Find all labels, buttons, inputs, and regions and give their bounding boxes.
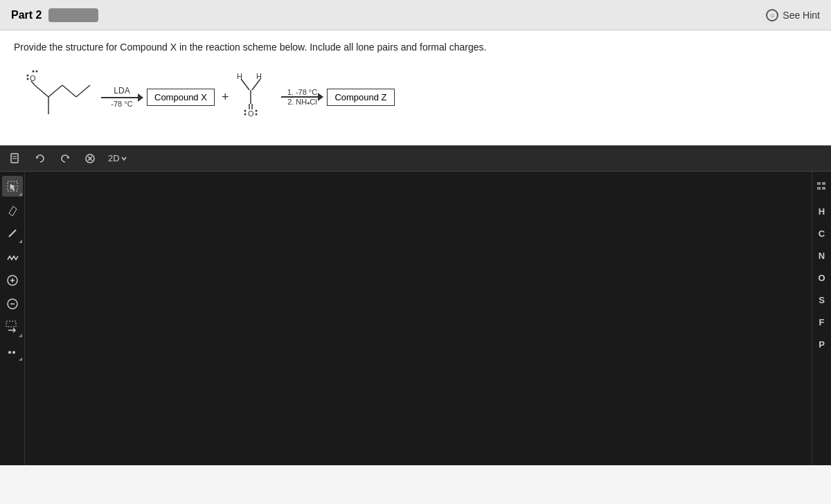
undo-icon (35, 153, 46, 164)
main-content: Provide the structure for Compound X in … (0, 30, 831, 145)
new-icon (10, 153, 21, 164)
temp-label: -78 °C (111, 100, 132, 108)
element-grid-icon (816, 181, 828, 191)
drawing-area-wrapper: 2D (0, 145, 831, 465)
chevron-down-icon (120, 155, 127, 162)
svg-rect-43 (822, 187, 825, 190)
aldehyde-svg: H H O (235, 69, 277, 125)
svg-line-7 (62, 85, 76, 97)
more-tool-button[interactable] (2, 341, 23, 361)
svg-rect-41 (822, 182, 825, 185)
mode-2d-button[interactable]: 2D (105, 152, 130, 165)
more-icon (6, 345, 19, 357)
compound-z-label: Compound Z (334, 92, 386, 102)
svg-point-1 (36, 71, 38, 73)
element-N-button[interactable]: N (814, 245, 830, 266)
arrow-line-1 (101, 97, 143, 98)
arrow-conditions: 1. -78 °C 2. NH₄Cl (281, 88, 323, 107)
clear-button[interactable] (80, 149, 100, 168)
svg-line-30 (9, 230, 16, 237)
header-badge (48, 8, 98, 22)
svg-rect-42 (817, 187, 821, 190)
right-element-panel: H C N O S F P (812, 172, 831, 465)
select-tool-button[interactable] (2, 176, 23, 197)
svg-rect-40 (817, 182, 821, 185)
svg-line-13 (241, 79, 249, 90)
compound-x-label: Compound X (154, 92, 207, 102)
element-S-button[interactable]: S (814, 289, 830, 310)
undo-button[interactable] (30, 149, 50, 168)
lda-label: LDA (114, 86, 129, 96)
chain-icon (6, 251, 19, 263)
svg-text:H: H (256, 72, 262, 80)
element-F-button[interactable]: F (814, 312, 830, 332)
element-H-button[interactable]: H (814, 201, 830, 222)
see-hint-label: See Hint (783, 10, 820, 21)
svg-text:O: O (30, 74, 36, 82)
bond-icon (6, 227, 19, 240)
svg-point-3 (27, 78, 29, 80)
element-grid-button[interactable] (814, 176, 830, 197)
element-C-button[interactable]: C (814, 223, 830, 244)
drawing-area-main: H C N O S F P (0, 172, 831, 465)
svg-point-38 (8, 351, 11, 354)
hint-icon: ○ (766, 9, 778, 21)
header-left: Part 2 (11, 8, 98, 22)
element-P-button[interactable]: P (814, 334, 830, 354)
svg-point-2 (27, 75, 29, 77)
mode-2d-label: 2D (108, 153, 120, 163)
reaction-scheme: O LDA -78 °C (14, 62, 817, 132)
bond-submenu-indicator (19, 240, 22, 243)
bond-tool-button[interactable] (2, 223, 23, 244)
part-label: Part 2 (11, 9, 42, 21)
svg-line-8 (76, 85, 90, 97)
plus-sign: + (222, 90, 229, 105)
select-icon (6, 180, 19, 192)
svg-point-39 (12, 351, 15, 354)
instructions-text: Provide the structure for Compound X in … (14, 42, 817, 53)
canvas-drawing-area[interactable] (25, 172, 812, 465)
starting-material: O (21, 66, 97, 128)
compound-z-box: Compound Z (327, 89, 394, 106)
svg-point-18 (256, 110, 258, 112)
minus-charge-button[interactable] (2, 294, 23, 314)
move-tool-button[interactable] (2, 317, 23, 338)
redo-icon (60, 153, 71, 164)
svg-rect-36 (6, 321, 16, 327)
arrow-shaft-1 (101, 97, 143, 98)
arrow-line-2 (281, 96, 323, 98)
header: Part 2 ○ See Hint (0, 0, 831, 30)
svg-point-19 (256, 114, 258, 116)
chain-tool-button[interactable] (2, 246, 23, 267)
redo-button[interactable] (55, 149, 75, 168)
svg-point-16 (244, 110, 247, 112)
svg-line-6 (48, 85, 62, 97)
arrow-lda: LDA -78 °C (101, 86, 143, 108)
clear-icon (84, 153, 96, 164)
minus-charge-icon (6, 298, 19, 310)
left-tools-panel (0, 172, 25, 465)
eraser-icon (6, 204, 19, 216)
plus-charge-icon (6, 274, 19, 287)
aldehyde-structure: H H O (235, 69, 277, 125)
eraser-tool-button[interactable] (2, 199, 23, 220)
svg-point-17 (244, 114, 247, 116)
new-button[interactable] (6, 149, 25, 168)
top-toolbar: 2D (0, 145, 831, 172)
svg-point-0 (33, 71, 35, 73)
svg-line-5 (35, 85, 48, 97)
element-O-button[interactable]: O (814, 267, 830, 288)
move-icon (6, 321, 19, 334)
plus-charge-button[interactable] (2, 270, 23, 291)
svg-line-14 (252, 79, 260, 90)
starting-material-svg: O (21, 66, 97, 128)
condition1: 1. -78 °C (287, 88, 318, 96)
see-hint-button[interactable]: ○ See Hint (766, 9, 820, 21)
submenu-indicator (19, 192, 22, 196)
move-submenu-indicator (19, 334, 22, 337)
arrow-shaft-2 (281, 96, 323, 98)
compound-x-box: Compound X (147, 89, 215, 106)
svg-text:O: O (248, 109, 254, 118)
condition2: 2. NH₄Cl (287, 98, 317, 107)
more-submenu-indicator (19, 357, 22, 361)
